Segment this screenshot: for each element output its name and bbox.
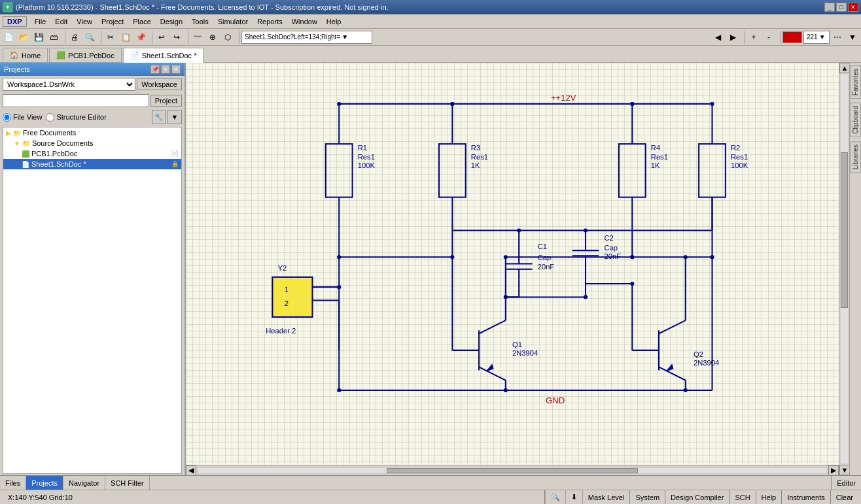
place-wire-btn[interactable]: 〰 xyxy=(190,30,205,44)
menu-tools[interactable]: Tools xyxy=(188,16,213,27)
favorites-tab[interactable]: Favorites xyxy=(850,65,861,99)
scroll-up-btn[interactable]: ▲ xyxy=(839,63,850,73)
tab-sch-filter[interactable]: SCH Filter xyxy=(105,476,150,490)
help-btn[interactable]: Help xyxy=(756,490,782,504)
instruments-btn[interactable]: Instruments xyxy=(781,490,830,504)
cut-btn[interactable]: ✂ xyxy=(103,30,118,44)
view-btn-2[interactable]: ▼ xyxy=(167,110,182,124)
tree-source-documents[interactable]: ▼ 📁 Source Documents xyxy=(3,138,181,148)
open-btn[interactable]: 📂 xyxy=(16,30,31,44)
print-prev-btn[interactable]: 🔍 xyxy=(82,30,97,44)
sch-btn[interactable]: SCH xyxy=(729,490,755,504)
tab-projects[interactable]: Projects xyxy=(26,476,63,490)
svg-text:Y2: Y2 xyxy=(278,264,287,272)
menu-reports[interactable]: Reports xyxy=(253,16,287,27)
window-title: (Platform 10.516.22330) - Sheet1.SchDoc … xyxy=(16,3,822,11)
section-mask-level: Mask Level xyxy=(582,490,630,504)
undo-btn[interactable]: ↩ xyxy=(154,30,169,44)
scroll-down-btn[interactable]: ▼ xyxy=(839,465,850,475)
scroll-left-btn[interactable]: ◀ xyxy=(186,465,196,476)
app-icon: ✦ xyxy=(3,2,13,12)
workspace-button[interactable]: Workspace xyxy=(137,78,182,90)
nav-location-dropdown[interactable]: Sheet1.SchDoc?Left=134;Right=▼ xyxy=(241,31,372,44)
clear-button[interactable]: Clear xyxy=(830,490,858,504)
tabs-row: 🏠 Home 🟩 PCB1.PcbDoc 📄 Sheet1.SchDoc * xyxy=(0,46,861,63)
svg-point-105 xyxy=(630,102,634,106)
svg-rect-12 xyxy=(326,144,353,197)
save-btn[interactable]: 💾 xyxy=(31,30,46,44)
tab-pcb[interactable]: 🟩 PCB1.PcbDoc xyxy=(49,48,121,62)
workspace-select[interactable]: Workspace1.DsnWrk xyxy=(3,78,135,91)
folder-icon-source-docs: ▼ xyxy=(14,140,20,147)
more-tools-btn[interactable]: ⋯ xyxy=(830,30,845,44)
menu-help[interactable]: Help xyxy=(323,16,345,27)
v-scrollbar[interactable]: ▲ ▼ xyxy=(839,63,849,475)
h-scrollbar[interactable]: ◀ ▶ xyxy=(186,465,839,475)
view-btn-1[interactable]: 🔧 xyxy=(152,110,166,124)
menu-window[interactable]: Window xyxy=(288,16,321,27)
project-button[interactable]: Project xyxy=(150,95,182,107)
customize-btn[interactable]: ▼ xyxy=(845,30,860,44)
libraries-tab[interactable]: Libraries xyxy=(850,141,861,173)
view-btns: 🔧 ▼ xyxy=(152,110,182,124)
svg-point-97 xyxy=(504,388,508,392)
panel-close-btn[interactable]: ✕ xyxy=(171,65,181,74)
dxp-menu-button[interactable]: DXP xyxy=(3,16,27,27)
nav-fwd-btn[interactable]: ▶ xyxy=(726,30,740,44)
menu-file[interactable]: File xyxy=(31,16,50,27)
svg-text:Res1: Res1 xyxy=(358,153,375,161)
v-scroll-thumb[interactable] xyxy=(841,152,848,308)
left-panel: Projects 📌 ≡ ✕ Workspace1.DsnWrk Workspa… xyxy=(0,63,186,475)
svg-text:C2: C2 xyxy=(605,234,614,242)
pcb-file-icon: 🟩 xyxy=(22,150,29,158)
h-scroll-thumb[interactable] xyxy=(387,468,638,473)
tab-files[interactable]: Files xyxy=(0,476,26,490)
design-compiler-btn[interactable]: Design Compiler xyxy=(665,490,729,504)
clipboard-tab[interactable]: Clipboard xyxy=(850,103,861,137)
menu-place[interactable]: Place xyxy=(129,16,155,27)
print-btn[interactable]: 🖨 xyxy=(67,30,82,44)
tree-pcb-file[interactable]: 🟩 PCB1.PcbDoc 📄 xyxy=(3,148,181,159)
scroll-right-btn[interactable]: ▶ xyxy=(828,465,839,476)
svg-point-96 xyxy=(584,295,588,299)
new-btn[interactable]: 📄 xyxy=(1,30,16,44)
tab-navigator[interactable]: Navigator xyxy=(63,476,105,490)
svg-rect-24 xyxy=(699,144,726,197)
maximize-button[interactable]: □ xyxy=(836,3,847,12)
place-pin-btn[interactable]: ⊕ xyxy=(205,30,220,44)
zoom-in-btn[interactable]: + xyxy=(747,30,761,44)
search-input[interactable] xyxy=(3,94,149,107)
zoom-out-btn[interactable]: - xyxy=(762,30,776,44)
save-all-btn[interactable]: 🗃 xyxy=(46,30,61,44)
redo-btn[interactable]: ↪ xyxy=(169,30,184,44)
color-value-dropdown[interactable]: 221▼ xyxy=(803,31,830,44)
panel-menu-btn[interactable]: ≡ xyxy=(161,65,170,74)
tree-sch-file[interactable]: 📄 Sheet1.SchDoc * 🔒 xyxy=(3,159,181,169)
menu-design[interactable]: Design xyxy=(156,16,186,27)
menu-project[interactable]: Project xyxy=(97,16,128,27)
tree-free-documents[interactable]: ▶ 📁 Free Documents xyxy=(3,127,181,138)
system-btn[interactable]: System xyxy=(629,490,665,504)
tab-schematic[interactable]: 📄 Sheet1.SchDoc * xyxy=(123,48,204,63)
editor-tab[interactable]: Editor xyxy=(831,476,861,490)
place-comp-btn[interactable]: ⬡ xyxy=(220,30,235,44)
minimize-button[interactable]: _ xyxy=(824,3,835,12)
nav-back-btn[interactable]: ◀ xyxy=(711,30,725,44)
copy-btn[interactable]: 📋 xyxy=(118,30,133,44)
menu-view[interactable]: View xyxy=(73,16,96,27)
panel-title-text: Projects xyxy=(4,65,30,73)
sep2 xyxy=(99,31,101,44)
schematic-area[interactable]: +12V + xyxy=(186,63,839,465)
svg-text:Res1: Res1 xyxy=(731,153,748,161)
structure-editor-radio[interactable]: Structure Editor xyxy=(46,113,106,122)
file-view-radio[interactable]: File View xyxy=(3,113,42,122)
paste-btn[interactable]: 📌 xyxy=(133,30,148,44)
menu-edit[interactable]: Edit xyxy=(51,16,71,27)
view-row: File View Structure Editor 🔧 ▼ xyxy=(0,109,184,126)
panel-pin-btn[interactable]: 📌 xyxy=(150,65,160,74)
tab-home[interactable]: 🏠 Home xyxy=(3,48,48,62)
color-box[interactable] xyxy=(782,31,802,43)
close-button[interactable]: ✕ xyxy=(848,3,858,12)
menu-simulator[interactable]: Simulator xyxy=(214,16,252,27)
svg-text:2N3904: 2N3904 xyxy=(512,349,538,357)
